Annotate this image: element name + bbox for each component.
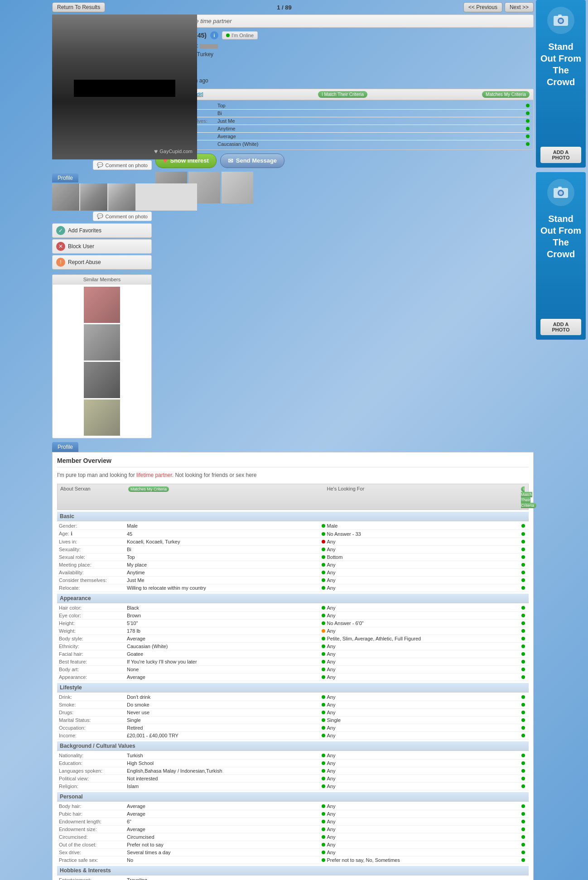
entertainment-row: Entertainment: Traveling — [57, 876, 529, 880]
personal-section-header: Personal — [57, 792, 529, 802]
comment-on-photo-button[interactable]: 💬 Comment on photo — [93, 160, 152, 170]
about-table-header: About Serxan Matches My Criteria He's Lo… — [57, 484, 529, 510]
green-dot — [526, 104, 530, 107]
add-photo-button-1[interactable]: ADD A PHOTO — [540, 147, 581, 163]
verified-icon: i — [210, 31, 218, 39]
svg-rect-3 — [558, 14, 562, 17]
dot-green — [322, 668, 325, 671]
dot-green — [521, 629, 525, 633]
pubic-hair-row: Pubic hair: Average Any — [57, 810, 529, 818]
prev-button[interactable]: << Previous — [463, 2, 502, 12]
dot-green — [322, 769, 325, 773]
svg-point-2 — [559, 19, 563, 23]
dot-green — [521, 804, 525, 808]
dot-green — [322, 586, 325, 590]
dot-green — [521, 754, 525, 757]
dot-green — [521, 812, 525, 816]
nav-bar: Return To Results 1 / 89 << Previous Nex… — [52, 2, 534, 12]
user-details: Male / Single / ID: Kocaeli, Kocaeli, Tu… — [155, 42, 534, 85]
message-icon: ✉ — [228, 157, 233, 164]
photo-thumb-1[interactable] — [52, 183, 79, 211]
hair-color-row: Hair color: Black Any — [57, 604, 529, 612]
next-button[interactable]: Next >> — [505, 2, 534, 12]
languages-row: Languages spoken: English,Bahasa Malay /… — [57, 767, 529, 775]
qv-row-body: Body style: Average — [159, 133, 530, 140]
add-favorites-button[interactable]: ✓ Add Favorites — [52, 223, 152, 238]
endowment-length-row: Endowment length: 6" Any — [57, 818, 529, 826]
profile-area: ♥ GayCupid.com 💬 Comment on photo Profil… — [52, 14, 534, 438]
sexuality-row: Sexuality: Bi Any — [57, 546, 529, 553]
dot-green — [521, 660, 525, 664]
ad-title-1: Stand Out From The Crowd — [540, 41, 581, 88]
warning-icon: ! — [56, 258, 65, 267]
similar-members-header: Similar Members — [53, 275, 151, 284]
dot-green — [322, 734, 325, 737]
dot-green — [322, 695, 325, 699]
comment-on-photo-2-button[interactable]: 💬 Comment on photo — [93, 212, 152, 221]
qv-value: Caucasian (White) — [217, 141, 522, 147]
sexual-role-row: Sexual role: Top Bottom — [57, 553, 529, 561]
heart-icon: ♥ — [154, 148, 158, 155]
online-dot — [226, 34, 230, 37]
body-style-row: Body style: Average Petite, Slim, Averag… — [57, 635, 529, 643]
green-dot — [526, 119, 530, 123]
profile-tab-bar: Profile — [52, 442, 78, 452]
dot-green — [322, 718, 325, 722]
dot-green — [322, 804, 325, 808]
dot-green — [521, 571, 525, 574]
similar-member-4[interactable] — [84, 399, 120, 436]
religion-row: Religion: Islam Any — [57, 783, 529, 790]
circumcised-row: Circumcised: Circumcised Any — [57, 833, 529, 841]
dot-green — [322, 835, 325, 839]
dot-green — [322, 851, 325, 854]
availability-row: Availability: Anytime Any — [57, 569, 529, 577]
dot-green — [521, 827, 525, 831]
dot-green — [322, 726, 325, 730]
report-abuse-button[interactable]: ! Report Abuse — [52, 255, 152, 269]
hes-looking-for-label: He's Looking For — [327, 486, 521, 508]
svg-rect-7 — [558, 187, 562, 189]
additional-photos — [52, 183, 197, 211]
qv-row-sexual-role: Sexual role: Top — [159, 102, 530, 110]
dot-green — [521, 835, 525, 839]
dot-green — [521, 820, 525, 823]
photo-thumb-2[interactable] — [80, 183, 107, 211]
qv-value: Bi — [217, 111, 522, 116]
dot-green — [322, 820, 325, 823]
block-icon: ✕ — [56, 242, 65, 251]
preview-thumb-3[interactable] — [222, 172, 253, 203]
dot-red — [322, 540, 325, 543]
photo-thumb-3[interactable] — [108, 183, 135, 211]
dot-green — [322, 652, 325, 656]
member-overview-title: Member Overview — [57, 457, 529, 467]
dot-green — [322, 827, 325, 831]
nationality-row: Nationality: Turkish Any — [57, 752, 529, 760]
return-to-results-button[interactable]: Return To Results — [52, 2, 105, 12]
dot-green — [521, 644, 525, 648]
matches-my-criteria-badge: Matches My Criteria — [482, 91, 530, 98]
comment-row: 💬 Comment on photo — [52, 159, 152, 170]
similar-members-grid — [53, 284, 151, 438]
green-dot — [526, 111, 530, 115]
marital-status-row: Marital Status: Single Single — [57, 717, 529, 724]
i-match-label: I Match Their Criteria — [521, 486, 525, 508]
drugs-row: Drugs: Never use Any — [57, 709, 529, 717]
safe-sex-row: Practice safe sex: No Prefer not to say,… — [57, 856, 529, 864]
dot-green — [322, 563, 325, 567]
sidebar-actions: ✓ Add Favorites ✕ Block User ! Report Ab… — [52, 223, 152, 271]
send-message-button[interactable]: ✉ Send Message — [220, 154, 284, 168]
similar-member-2[interactable] — [84, 324, 120, 361]
similar-members-section: Similar Members — [52, 274, 152, 438]
background-section-header: Background / Cultural Values — [57, 741, 529, 751]
green-dot — [526, 127, 530, 130]
dot-green — [322, 812, 325, 816]
profile-photo: ♥ GayCupid.com — [52, 14, 197, 159]
occupation-row: Occupation: Retired Any — [57, 724, 529, 732]
dot-green — [521, 524, 525, 528]
dot-green — [521, 586, 525, 590]
similar-member-3[interactable] — [84, 362, 120, 398]
block-user-button[interactable]: ✕ Block User — [52, 239, 152, 254]
dot-green — [521, 675, 525, 679]
similar-member-1[interactable] — [84, 287, 120, 323]
add-photo-button-2[interactable]: ADD A PHOTO — [540, 319, 581, 335]
